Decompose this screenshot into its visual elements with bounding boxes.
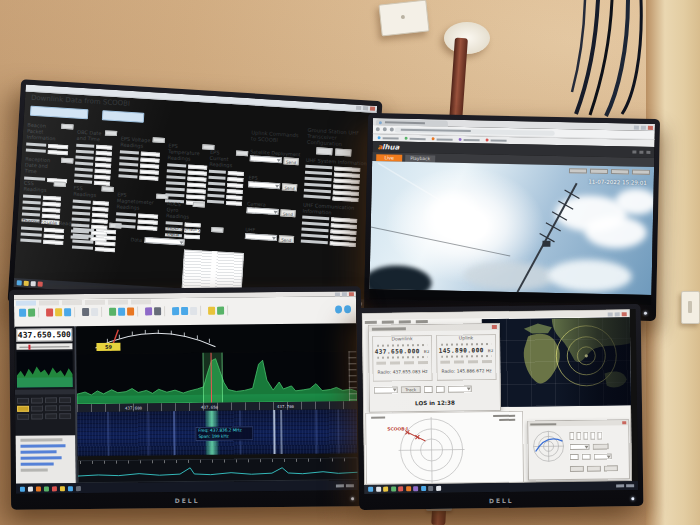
section-field-rows [115,210,162,233]
close-icon[interactable] [492,325,497,329]
step-box[interactable] [424,386,433,393]
section-refresh-button[interactable] [101,186,113,192]
start-icon[interactable] [20,486,25,491]
ribbon-tabs[interactable] [16,299,151,305]
section-refresh-button[interactable] [193,202,205,208]
taskbar-icon[interactable] [398,486,403,491]
value-box[interactable] [582,454,591,460]
ribbon-groups[interactable] [16,304,354,325]
section-label: Reception Date and Time [24,156,59,176]
rotator-control-dialog [527,419,630,480]
digit-down-arrows[interactable] [377,356,427,359]
video-timestamp: 11-07-2022 15:29:01 [588,179,647,186]
command-dropdown[interactable] [248,181,280,189]
uplink-frequency[interactable]: 145.890.000 Hz [436,346,496,354]
section-refresh-button[interactable] [61,158,73,164]
taskbar-icon[interactable] [383,487,388,492]
section-refresh-button[interactable] [54,181,66,187]
telemetry-section: EPS Magnetometer Readings [115,191,163,233]
command-dropdown[interactable] [250,155,282,163]
mode-dropdown[interactable] [448,385,472,392]
mode-dropdown[interactable] [594,453,612,459]
telemetry-body: Downlink Data from SCOOBI Beacon Packet … [14,91,377,299]
taskbar-icon[interactable] [38,282,43,287]
section-label: Beacon Packet Information [26,122,59,142]
taskbar-icon[interactable] [60,486,65,491]
start-icon[interactable] [368,487,373,492]
taskbar-icon[interactable] [68,486,73,491]
taskbar-icon[interactable] [28,486,33,491]
section-refresh-button[interactable] [105,130,117,136]
uplink-command-group: Satellite Deployment Send [250,149,303,165]
taskbar-icon[interactable] [436,486,441,491]
taskbar-icon[interactable] [36,486,41,491]
digit-down-arrows[interactable] [441,355,491,358]
section-refresh-button[interactable] [236,150,248,156]
taskbar-icon[interactable] [391,486,396,491]
secondary-spectrum[interactable] [78,457,358,483]
window-controls[interactable] [608,312,627,316]
send-button[interactable]: Send [279,235,294,243]
header-icons[interactable] [632,151,650,154]
world-map[interactable] [482,317,631,407]
send-button[interactable]: Send [282,183,297,191]
window-controls[interactable] [634,125,653,129]
com-port-dropdown[interactable] [570,444,590,450]
downlink-group: Downlink 437.650.000 Hz Radio: 437.655.0… [372,335,433,382]
connect-button[interactable] [593,443,609,449]
tuning-slider[interactable] [16,343,72,350]
camera-live-view[interactable]: 11-07-2022 15:29:01 [369,161,654,295]
browser-nav-buttons[interactable] [376,127,394,131]
value-box[interactable] [570,454,579,460]
taskbar-icon[interactable] [413,486,418,491]
command-dropdown[interactable] [245,233,277,241]
button[interactable] [570,466,584,472]
junction-screw [401,15,405,19]
section-refresh-button[interactable] [153,137,165,143]
favourites-panel[interactable] [15,435,75,484]
scale-label: 437.650 [201,404,218,409]
taskbar-icon[interactable] [376,487,381,492]
send-button[interactable]: Send [283,157,298,165]
button[interactable] [604,465,618,471]
taskbar-icon[interactable] [428,486,433,491]
telemetry-tab-button-2[interactable] [102,110,145,123]
telemetry-tab-button-1[interactable] [30,106,89,120]
device-dropdown[interactable] [374,386,398,393]
menu-bar[interactable] [365,320,428,323]
send-button[interactable]: Send [280,209,295,217]
tuned-band-highlight[interactable] [203,353,224,403]
field-row [26,149,72,156]
playback-tab[interactable]: Playback [405,154,435,162]
live-tab[interactable]: Live [376,154,402,162]
taskbar-icon[interactable] [31,281,36,286]
taskbar-icon[interactable] [44,486,49,491]
section-refresh-button[interactable] [211,227,223,233]
taskbar-icon[interactable] [406,486,411,491]
ground-station-buttons[interactable] [316,147,368,157]
track-button[interactable]: Track [401,386,421,393]
uhf-comm-info-label: UHF Communication Information [302,202,365,218]
window-controls[interactable] [356,106,375,111]
taskbar-icon[interactable] [76,486,81,491]
vfo-frequency-display[interactable]: 437.650.500 [16,328,72,342]
section-refresh-button[interactable] [61,124,73,130]
taskbar-tray [336,484,354,487]
spectrum-display[interactable] [77,351,358,404]
close-icon[interactable] [622,421,626,424]
taskbar-icon[interactable] [52,486,57,491]
section-label: EPS Voltage Readings [120,135,151,149]
power-led [644,312,647,315]
taskbar-icon[interactable] [421,486,426,491]
rotator-controls [570,443,609,450]
button[interactable] [587,466,601,472]
downlink-frequency[interactable]: 437.650.000 Hz [372,347,432,355]
start-icon[interactable] [17,280,22,285]
waterfall-display[interactable]: Freq: 437.836.2 MHz Span: 199 kHz [77,409,357,456]
command-dropdown[interactable] [246,207,278,215]
mode-buttons[interactable] [15,396,75,421]
uhf-comm-info-fields [301,216,365,248]
data-dropdown[interactable] [145,237,185,245]
step-box[interactable] [436,386,445,393]
taskbar-icon[interactable] [24,281,29,286]
